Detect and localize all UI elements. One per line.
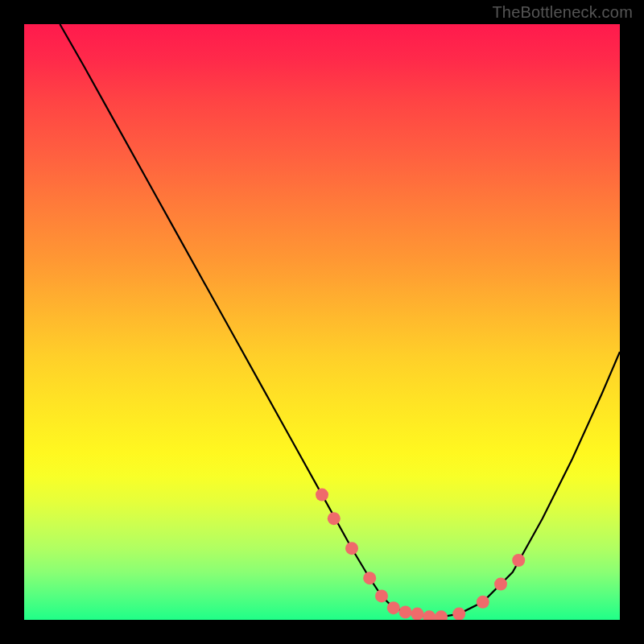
watermark-text: TheBottleneck.com bbox=[492, 3, 633, 22]
marker-dot bbox=[328, 512, 341, 525]
marker-dot bbox=[477, 596, 489, 609]
chart-svg bbox=[24, 24, 620, 620]
marker-dot bbox=[494, 578, 507, 591]
marker-dot bbox=[316, 489, 328, 502]
marker-group bbox=[316, 489, 525, 620]
bottleneck-curve-line bbox=[60, 24, 620, 617]
marker-dot bbox=[387, 601, 400, 614]
marker-dot bbox=[435, 610, 448, 620]
chart-plot-area bbox=[24, 24, 620, 620]
marker-dot bbox=[375, 589, 388, 602]
marker-dot bbox=[411, 608, 423, 620]
marker-dot bbox=[399, 605, 412, 618]
marker-dot bbox=[423, 610, 436, 620]
marker-dot bbox=[512, 554, 525, 567]
marker-dot bbox=[345, 542, 358, 555]
marker-dot bbox=[452, 608, 465, 620]
marker-dot bbox=[363, 572, 376, 584]
